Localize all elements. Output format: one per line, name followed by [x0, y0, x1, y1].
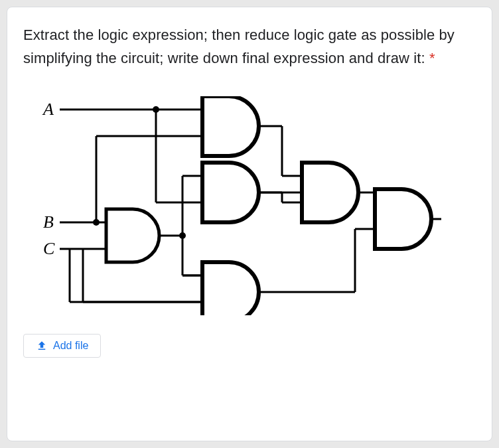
input-label-a: A — [42, 100, 54, 119]
logic-circuit-svg: A B C — [30, 96, 441, 315]
add-file-button[interactable]: Add file — [23, 334, 101, 358]
and-gate-1 — [106, 209, 159, 262]
upload-icon — [36, 340, 48, 352]
and-gate-4 — [202, 262, 259, 315]
and-gate-3 — [202, 163, 259, 222]
add-file-label: Add file — [53, 340, 88, 352]
and-gate-2 — [202, 96, 259, 156]
input-label-c: C — [43, 239, 55, 258]
input-label-b: B — [43, 212, 54, 232]
and-gate-6 — [375, 189, 431, 249]
and-gate-5 — [302, 163, 358, 222]
question-body: Extract the logic expression; then reduc… — [23, 27, 455, 66]
circuit-diagram: A B C — [23, 96, 476, 318]
question-card: Extract the logic expression; then reduc… — [7, 7, 492, 441]
question-text: Extract the logic expression; then reduc… — [23, 23, 476, 70]
required-asterisk: * — [429, 50, 435, 66]
